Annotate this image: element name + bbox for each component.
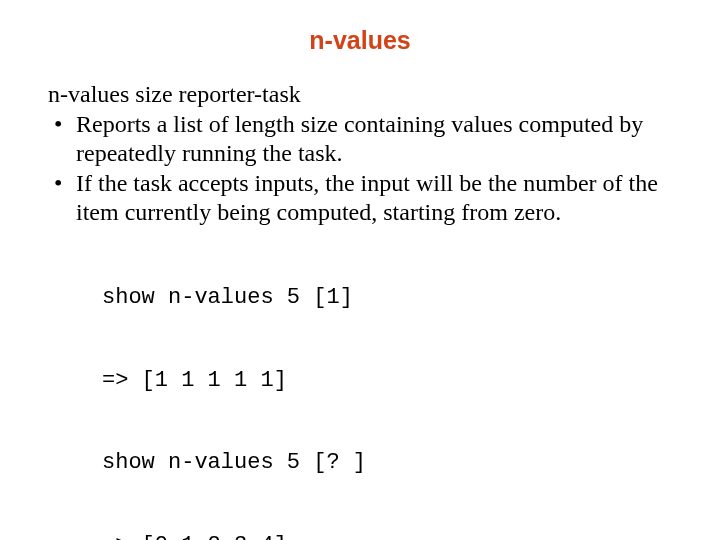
code-line: => [0 1 2 3 4] [102,532,672,540]
code-line: show n-values 5 [? ] [102,449,672,477]
code-block: show n-values 5 [1] => [1 1 1 1 1] show … [102,229,672,540]
bullet-list: Reports a list of length size containing… [48,110,672,227]
slide-title: n-values [48,26,672,55]
slide: n-values n-values size reporter-task Rep… [0,0,720,540]
command-signature: n-values size reporter-task [48,81,672,108]
code-line: show n-values 5 [1] [102,284,672,312]
bullet-item: Reports a list of length size containing… [48,110,672,169]
code-line: => [1 1 1 1 1] [102,367,672,395]
bullet-item: If the task accepts inputs, the input wi… [48,169,672,228]
